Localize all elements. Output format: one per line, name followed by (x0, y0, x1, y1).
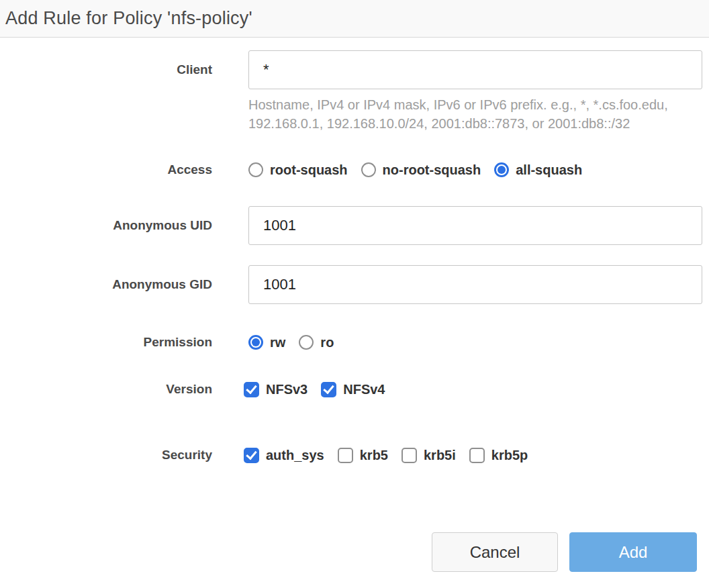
client-label: Client (177, 62, 212, 77)
security-row: Security auth_sys krb5 krb5i krb5p (0, 446, 709, 464)
checkbox-nfsv4-label: NFSv4 (343, 382, 385, 397)
radio-rw-label: rw (270, 335, 285, 350)
checkbox-auth-sys[interactable] (244, 448, 259, 463)
checkbox-krb5[interactable] (338, 448, 353, 463)
security-option-krb5[interactable]: krb5 (338, 448, 388, 463)
permission-row: Permission rw ro (0, 334, 709, 351)
radio-root-squash-label: root-squash (270, 162, 348, 178)
security-option-krb5p[interactable]: krb5p (469, 448, 528, 463)
add-rule-form: Client Hostname, IPv4 or IPv4 mask, IPv6… (0, 50, 709, 572)
client-input[interactable] (248, 50, 702, 89)
access-option-all-squash[interactable]: all-squash (494, 162, 582, 178)
anonymous-uid-input[interactable] (248, 206, 702, 245)
anonymous-gid-row: Anonymous GID (0, 265, 709, 304)
radio-all-squash[interactable] (494, 162, 509, 177)
security-checkbox-group: auth_sys krb5 krb5i krb5p (244, 448, 702, 463)
checkbox-nfsv3-label: NFSv3 (266, 382, 308, 397)
anonymous-uid-row: Anonymous UID (0, 206, 709, 245)
dialog-footer: Cancel Add (0, 532, 709, 572)
radio-no-root-squash-label: no-root-squash (383, 162, 481, 178)
dialog-title: Add Rule for Policy 'nfs-policy' (5, 8, 252, 29)
checkbox-krb5i[interactable] (401, 448, 417, 463)
checkbox-krb5p-label: krb5p (491, 448, 528, 463)
version-checkbox-group: NFSv3 NFSv4 (244, 382, 702, 397)
checkbox-nfsv4[interactable] (321, 382, 336, 397)
version-row: Version NFSv3 NFSv4 (0, 381, 709, 398)
checkbox-auth-sys-label: auth_sys (266, 448, 324, 463)
anonymous-gid-input[interactable] (248, 265, 702, 304)
client-row: Client Hostname, IPv4 or IPv4 mask, IPv6… (0, 50, 709, 133)
add-button[interactable]: Add (569, 532, 697, 572)
access-option-root-squash[interactable]: root-squash (248, 162, 348, 178)
radio-no-root-squash[interactable] (361, 162, 376, 177)
dialog-header: Add Rule for Policy 'nfs-policy' (0, 0, 709, 38)
checkbox-krb5i-label: krb5i (424, 448, 456, 463)
client-help-text: Hostname, IPv4 or IPv4 mask, IPv6 or IPv… (248, 95, 686, 133)
checkbox-krb5-label: krb5 (360, 448, 388, 463)
access-option-no-root-squash[interactable]: no-root-squash (361, 162, 481, 178)
version-option-nfsv3[interactable]: NFSv3 (244, 382, 308, 397)
permission-label: Permission (144, 335, 212, 350)
permission-option-ro[interactable]: ro (299, 335, 334, 350)
checkbox-krb5p[interactable] (469, 448, 485, 463)
access-radio-group: root-squash no-root-squash all-squash (248, 162, 702, 178)
security-option-krb5i[interactable]: krb5i (401, 448, 456, 463)
permission-radio-group: rw ro (248, 335, 702, 350)
radio-root-squash[interactable] (248, 162, 263, 177)
radio-all-squash-label: all-squash (516, 162, 582, 178)
anonymous-gid-label: Anonymous GID (112, 277, 212, 292)
version-option-nfsv4[interactable]: NFSv4 (321, 382, 385, 397)
access-row: Access root-squash no-root-squash all-sq… (0, 161, 709, 179)
radio-rw[interactable] (248, 335, 263, 350)
version-label: Version (166, 382, 212, 397)
access-label: Access (167, 162, 212, 177)
security-label: Security (162, 448, 212, 462)
radio-ro[interactable] (299, 335, 314, 350)
cancel-button[interactable]: Cancel (432, 532, 558, 572)
anonymous-uid-label: Anonymous UID (113, 218, 212, 233)
permission-option-rw[interactable]: rw (248, 335, 285, 350)
security-option-auth-sys[interactable]: auth_sys (244, 448, 324, 463)
radio-ro-label: ro (320, 335, 334, 350)
checkbox-nfsv3[interactable] (244, 382, 259, 397)
